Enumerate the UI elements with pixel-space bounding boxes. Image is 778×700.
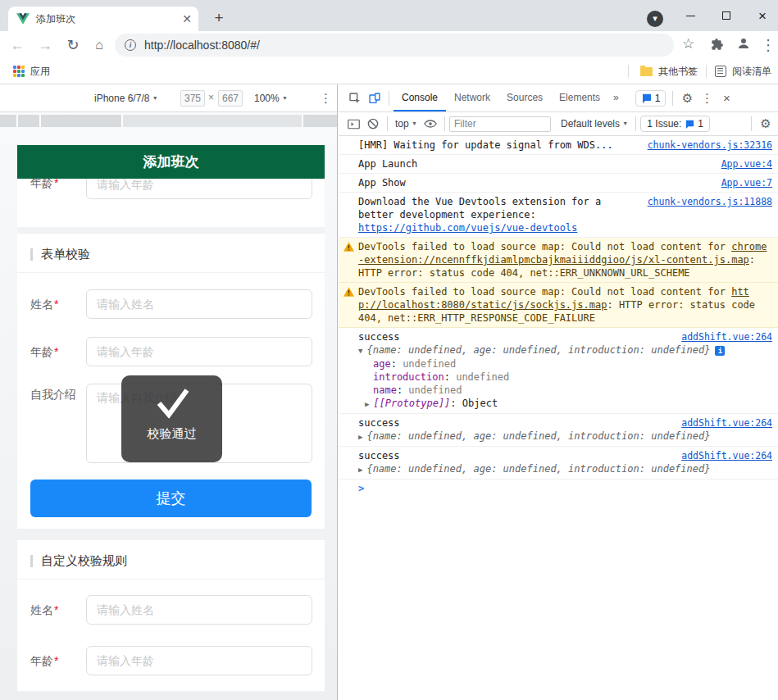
collapse-caret-icon[interactable]: ▼ — [358, 347, 362, 355]
home-icon[interactable]: ⌂ — [89, 34, 110, 56]
tab-elements[interactable]: Elements — [551, 84, 608, 111]
source-link[interactable]: addShift.vue:264 — [681, 449, 772, 462]
console-filter-input[interactable] — [449, 116, 551, 132]
prototype-line[interactable]: ▶[[Prototype]]: Object — [358, 397, 772, 411]
device-zoom-select[interactable]: 100% ▼ — [254, 84, 288, 111]
reading-list-icon — [715, 66, 726, 77]
device-toolbar-menu-icon[interactable]: ⋮ — [320, 84, 332, 111]
reading-list-button[interactable]: 阅读清单 — [715, 59, 771, 84]
devtools-panel: Console Network Sources Elements » 1 ⚙ ⋮… — [337, 84, 778, 700]
extensions-icon[interactable] — [707, 35, 728, 57]
status-indicator-icon[interactable]: ▾ — [647, 11, 663, 27]
toolbar-separator — [387, 116, 388, 131]
devtools-menu-icon[interactable]: ⋮ — [697, 89, 717, 108]
new-tab-button[interactable]: + — [209, 8, 229, 28]
devtools-tab-bar: Console Network Sources Elements » 1 ⚙ ⋮… — [339, 84, 778, 112]
other-bookmarks-button[interactable]: 其他书签 — [640, 59, 698, 84]
more-tabs-icon[interactable]: » — [608, 84, 624, 111]
toolbar-separator — [389, 91, 389, 106]
forward-icon[interactable]: → — [34, 34, 56, 56]
field-label-age: 年龄* — [30, 345, 58, 360]
browser-tab[interactable]: 添加班次 ✕ — [8, 7, 198, 31]
console-prompt[interactable]: > — [339, 480, 778, 498]
submit-button[interactable]: 提交 — [30, 480, 312, 517]
field-label-name-2: 姓名* — [30, 603, 58, 618]
object-preview-line[interactable]: ▶{name: undefined, age: undefined, intro… — [358, 462, 772, 476]
object-preview-line[interactable]: ▼{name: undefined, age: undefined, intro… — [358, 343, 772, 357]
inspect-element-icon[interactable] — [345, 89, 365, 108]
name-input-2[interactable] — [86, 595, 312, 625]
device-toolbar: iPhone 6/7/8 ▼ 375 × 667 100% ▼ ⋮ — [0, 84, 337, 112]
mobile-page-title: 添加班次 — [143, 154, 199, 170]
window-close-button[interactable]: × — [748, 0, 777, 31]
log-text: [HMR] Waiting for update signal from WDS… — [358, 139, 613, 151]
browser-window: 添加班次 ✕ + ▾ × ← → ↻ ⌂ i http://localhost:… — [0, 0, 778, 700]
section-title-bar — [30, 248, 33, 261]
minimize-button[interactable] — [676, 0, 705, 31]
expand-caret-icon[interactable]: ▶ — [358, 433, 362, 441]
toast-text: 校验通过 — [121, 426, 222, 442]
console-toolbar: top ▼ Default levels ▼ 1 Issue: 1 ⚙ — [339, 112, 778, 136]
object-preview-line[interactable]: ▶{name: undefined, age: undefined, intro… — [358, 430, 772, 443]
source-link[interactable]: addShift.vue:264 — [681, 416, 772, 430]
toast-success: 校验通过 — [121, 375, 222, 462]
dimension-times-label: × — [208, 84, 214, 111]
page-info-icon[interactable]: i — [125, 39, 136, 51]
expand-caret-icon[interactable]: ▶ — [365, 400, 369, 408]
section-title-custom-rules: 自定义校验规则 — [30, 553, 127, 569]
profile-avatar-icon[interactable] — [733, 35, 754, 57]
device-toolbar-toggle-icon[interactable] — [365, 89, 384, 108]
execution-context-select[interactable]: top ▼ — [392, 118, 421, 130]
browser-menu-icon[interactable]: ⋮ — [758, 34, 778, 56]
name-input[interactable] — [86, 289, 312, 319]
device-width-input[interactable]: 375 — [180, 90, 205, 107]
back-icon[interactable]: ← — [7, 34, 28, 56]
devtools-settings-icon[interactable]: ⚙ — [677, 89, 697, 108]
url-text[interactable]: http://localhost:8080/#/ — [144, 39, 260, 52]
console-message-group: addShift.vue:264 success ▶{name: undefin… — [339, 414, 778, 447]
object-property: age: undefined — [358, 357, 772, 370]
console-messages-badge[interactable]: 1 — [635, 90, 667, 107]
source-link[interactable]: App.vue:7 — [721, 176, 772, 189]
clear-console-icon[interactable] — [363, 114, 383, 134]
vue-favicon-icon — [16, 13, 30, 25]
source-link[interactable]: App.vue:4 — [721, 157, 772, 170]
bookmark-star-icon[interactable]: ☆ — [682, 35, 694, 52]
tab-console[interactable]: Console — [394, 84, 446, 111]
log-text: App Show — [358, 177, 406, 189]
maximize-button[interactable] — [712, 0, 741, 31]
tab-network[interactable]: Network — [446, 84, 498, 111]
console-sidebar-toggle-icon[interactable] — [344, 114, 363, 134]
section-title-validation: 表单校验 — [30, 247, 90, 262]
media-query-segment — [123, 115, 302, 127]
devtools-close-icon[interactable]: × — [717, 89, 736, 108]
section-divider — [17, 579, 325, 580]
folder-icon — [640, 67, 653, 76]
mobile-navbar: 添加班次 — [17, 145, 325, 179]
address-bar[interactable]: i http://localhost:8080/#/ — [115, 34, 674, 57]
age-input-2[interactable] — [86, 646, 312, 675]
media-query-bar[interactable] — [0, 115, 337, 127]
source-link[interactable]: addShift.vue:264 — [681, 330, 772, 343]
device-height-input[interactable]: 667 — [218, 90, 243, 107]
source-link[interactable]: chunk-vendors.js:11888 — [648, 195, 772, 208]
reload-icon[interactable]: ↻ — [62, 34, 84, 56]
tab-strip: 添加班次 ✕ + ▾ × — [0, 0, 778, 31]
devtools-hyperlink[interactable]: https://github.com/vuejs/vue-devtools — [358, 222, 577, 234]
apps-shortcut[interactable]: 应用 — [13, 59, 50, 84]
tab-sources[interactable]: Sources — [498, 84, 551, 111]
console-settings-icon[interactable]: ⚙ — [756, 114, 776, 134]
source-link[interactable]: chunk-vendors.js:32316 — [648, 139, 772, 152]
age-input[interactable] — [86, 337, 312, 366]
log-text: App Launch — [358, 158, 417, 170]
live-expression-eye-icon[interactable] — [421, 114, 440, 134]
log-levels-select[interactable]: Default levels ▼ — [557, 118, 631, 130]
puzzle-icon — [711, 38, 724, 51]
tab-close-icon[interactable]: ✕ — [182, 13, 192, 25]
device-select[interactable]: iPhone 6/7/8 ▼ — [94, 84, 158, 111]
expand-caret-icon[interactable]: ▶ — [358, 466, 362, 474]
field-label-name: 姓名* — [30, 298, 58, 312]
prompt-chevron-icon: > — [358, 483, 364, 494]
avatar-icon — [736, 36, 751, 51]
issues-button[interactable]: 1 Issue: 1 — [640, 116, 710, 132]
